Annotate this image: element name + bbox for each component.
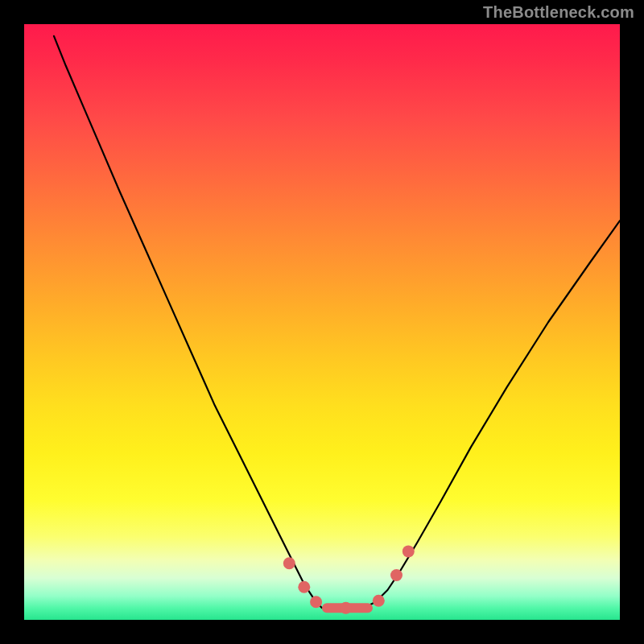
marker-dot (373, 595, 385, 607)
chart-svg (24, 24, 620, 620)
chart-frame: TheBottleneck.com (0, 0, 644, 644)
marker-dot (310, 596, 322, 608)
marker-dot (283, 557, 295, 569)
bottleneck-curve (54, 36, 620, 608)
curve-layer (54, 36, 620, 608)
marker-dot (390, 569, 402, 581)
chart-plot-area (24, 24, 620, 620)
marker-dot (340, 602, 352, 614)
marker-dot (298, 581, 310, 593)
marker-dot (402, 545, 415, 557)
watermark-text: TheBottleneck.com (483, 3, 634, 22)
